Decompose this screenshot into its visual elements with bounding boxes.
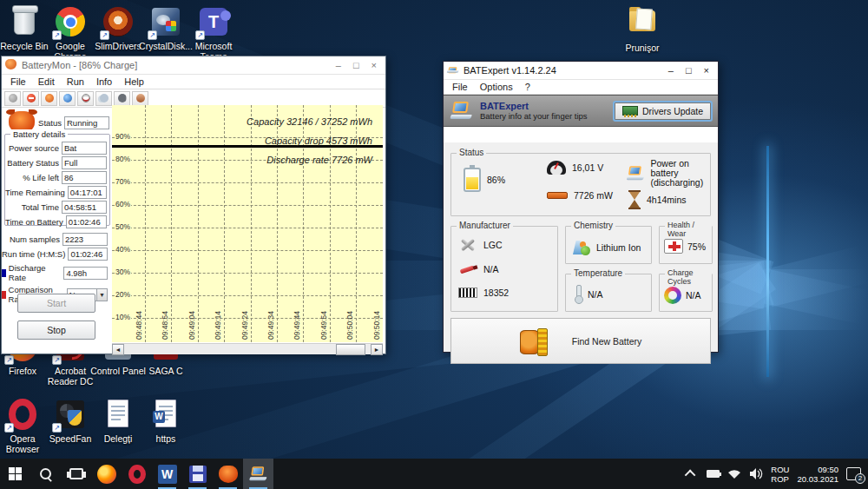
time-on-battery-field[interactable]: 01:02:46 — [66, 215, 107, 228]
total-time-field[interactable]: 04:58:51 — [62, 201, 107, 214]
tray-time: 09:50 — [818, 465, 838, 474]
desktop-icon-microsoft-teams[interactable]: T ↗ Microsoft Teams — [183, 5, 244, 62]
maximize-button[interactable]: □ — [353, 60, 359, 70]
batexpert-titlebar[interactable]: BATExpert v1.14.2.24 – □ × — [444, 62, 718, 80]
start-button[interactable] — [0, 459, 30, 489]
toolbar-stop-button[interactable] — [23, 91, 39, 106]
close-button[interactable]: × — [704, 65, 709, 76]
batterymon-titlebar[interactable]: BatteryMon - [86% Charge] – □ × — [2, 56, 385, 75]
menu-options[interactable]: Options — [475, 81, 518, 93]
power-source-field[interactable]: Bat — [62, 142, 107, 155]
chemistry-cell: Lithium Ion — [571, 239, 641, 256]
search-button[interactable] — [30, 459, 61, 489]
chart-annotation: Capacity drop 4573 mWh — [265, 135, 372, 146]
taskbar-firefox[interactable] — [91, 459, 122, 489]
x-axis-tick-label: 09:50:14 — [372, 311, 381, 340]
tray-date: 20.03.2021 — [797, 474, 838, 484]
power-state-line2: (discharging) — [650, 177, 703, 188]
stop-icon — [27, 94, 36, 102]
toolbar-cloud-button[interactable] — [95, 91, 112, 106]
grid-line-horizontal — [112, 250, 383, 251]
chart-horizontal-scrollbar[interactable]: ◄ ► — [112, 343, 383, 354]
desktop-icon-label: Prunişor — [612, 43, 673, 53]
x-axis-tick-label: 09:49:14 — [214, 311, 222, 340]
grid-line-horizontal — [112, 273, 383, 274]
scroll-left-button[interactable]: ◄ — [112, 344, 124, 355]
shortcut-arrow-icon: ↗ — [4, 423, 14, 433]
action-center-button[interactable]: 2 — [846, 467, 861, 480]
field-label: Discharge Rate — [9, 263, 64, 282]
close-button[interactable]: × — [372, 60, 377, 70]
start-button[interactable]: Start — [17, 294, 95, 313]
shortcut-arrow-icon: ↗ — [52, 355, 62, 365]
batterymon-window: BatteryMon - [86% Charge] – □ × File Edi… — [1, 56, 386, 354]
taskbar-batexpert[interactable] — [243, 459, 273, 489]
time-remaining-field[interactable]: 04:17:01 — [68, 186, 107, 199]
note-icon — [118, 94, 127, 102]
language-bottom: ROP — [771, 474, 789, 484]
y-axis-tick-label: 30% — [115, 268, 131, 276]
tray-network-button[interactable] — [727, 467, 741, 481]
tray-battery-button[interactable] — [706, 467, 720, 481]
task-view-button[interactable] — [61, 459, 91, 489]
taskbar-saga[interactable] — [182, 459, 213, 489]
taskbar-batterymon[interactable] — [213, 459, 243, 489]
stop-button[interactable]: Stop — [17, 320, 95, 340]
scroll-right-button[interactable]: ► — [371, 344, 383, 355]
toolbar-export-button[interactable] — [132, 91, 148, 106]
taskbar-word[interactable]: W — [152, 459, 182, 489]
language-indicator[interactable]: ROU ROP — [771, 465, 789, 484]
toolbar-log-button[interactable] — [77, 91, 94, 106]
slimdrivers-icon: ↗ — [102, 5, 135, 38]
discharge-rate-field[interactable]: 4.98h — [63, 267, 108, 280]
discharge-rate-marker — [2, 269, 6, 277]
drivers-update-button[interactable]: Drivers Update — [615, 102, 711, 120]
menu-run[interactable]: Run — [62, 76, 89, 88]
search-icon — [39, 467, 53, 481]
menu-file[interactable]: File — [447, 81, 473, 93]
time-remaining-value: 4h14mins — [647, 195, 687, 205]
charge-percent: 86% — [487, 175, 505, 185]
toolbar-globe-button[interactable] — [59, 91, 76, 106]
recycle-bin-icon — [8, 5, 41, 38]
maximize-button[interactable]: □ — [686, 65, 692, 76]
toolbar-logo-button[interactable] — [41, 91, 57, 106]
taskbar-opera[interactable] — [122, 459, 152, 489]
window-title: BatteryMon - [86% Charge] — [22, 60, 336, 70]
clock[interactable]: 09:50 20.03.2021 — [797, 465, 838, 484]
flask-icon — [571, 239, 590, 256]
minimize-button[interactable]: – — [336, 60, 341, 70]
y-axis-tick-label: 80% — [115, 155, 131, 163]
life-left-field[interactable]: 86 — [62, 171, 107, 184]
status-label: Status — [38, 118, 62, 128]
minimize-button[interactable]: – — [668, 65, 674, 76]
num-samples-field[interactable]: 2223 — [62, 233, 108, 246]
field-label: Run time (H:M:S) — [2, 249, 65, 259]
manufacturer-name: LGC — [483, 240, 503, 250]
tray-expand-button[interactable] — [684, 467, 698, 481]
menu-help[interactable]: ? — [520, 81, 536, 93]
grid-line-horizontal — [112, 228, 383, 228]
menu-edit[interactable]: Edit — [33, 76, 60, 88]
manufacturer-model: N/A — [483, 264, 499, 274]
battery-status-field[interactable]: Full — [62, 156, 107, 169]
x-axis-tick-label: 09:49:34 — [266, 311, 275, 340]
health-cell: 75% — [664, 239, 706, 254]
y-axis-tick-label: 70% — [115, 177, 131, 186]
desktop-icon-prunisor[interactable]: Prunişor — [612, 7, 673, 53]
menu-file[interactable]: File — [5, 76, 31, 88]
toolbar-pause-button[interactable] — [4, 91, 21, 106]
tray-volume-button[interactable] — [749, 467, 763, 481]
desktop-icon-https[interactable]: W https — [135, 398, 196, 444]
grid-line-vertical — [251, 105, 252, 342]
menu-info[interactable]: Info — [91, 76, 117, 88]
toolbar-note-button[interactable] — [114, 91, 130, 106]
speedometer-icon — [547, 161, 566, 175]
find-new-battery-button[interactable]: Find New Battery — [450, 318, 711, 364]
menu-help[interactable]: Help — [119, 76, 149, 88]
charge-cycles-value: N/A — [686, 290, 701, 301]
manufacturer-name-cell: LGC — [458, 237, 503, 253]
run-time-field[interactable]: 01:02:46 — [68, 248, 108, 261]
scrollbar-thumb[interactable] — [336, 344, 365, 355]
status-value-field[interactable]: Running — [64, 116, 109, 129]
